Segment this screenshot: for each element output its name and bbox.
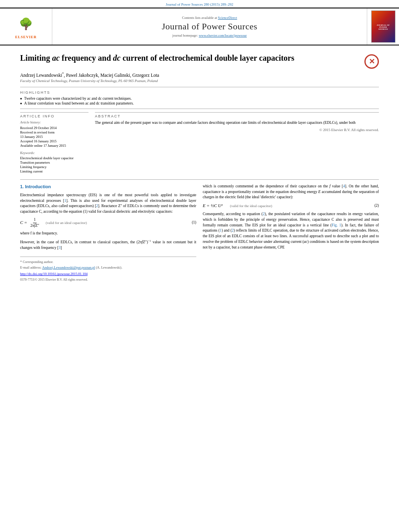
highlight-item: Twelve capacitors were characterized by …: [20, 97, 379, 101]
article-body: ARTICLE INFO Article history: Received 2…: [20, 112, 379, 174]
keyword-4: Limiting current: [20, 169, 88, 173]
equation-2-number: (2): [371, 203, 379, 209]
page: Journal of Power Sources 280 (2015) 289–…: [0, 0, 399, 286]
crossmark-badge: ✕: [364, 54, 379, 69]
equation-2-row: E = ½C U² (valid for the ideal capacitor…: [203, 203, 379, 209]
equation-1-fraction: 1 2πfZ″: [30, 217, 40, 229]
article-title: Limiting ac frequency and dc current of …: [20, 53, 360, 63]
abstract-label: ABSTRACT: [95, 114, 379, 118]
journal-header-right: JOURNAL OFPOWERSOURCES: [367, 8, 399, 45]
equation-1-valid: (valid for an ideal capacitor): [45, 220, 86, 226]
article-title-section: Limiting ac frequency and dc current of …: [20, 53, 379, 69]
highlights-section: HIGHLIGHTS Twelve capacitors were charac…: [20, 90, 379, 105]
footnote-email: E-mail address: Andrzej.Lewandowski@put.…: [20, 265, 196, 270]
body-col-left: 1. Introduction Electrochemical impedanc…: [20, 184, 196, 282]
journal-header: 🌳 ELSEVIER Contents lists available at S…: [0, 8, 399, 45]
journal-topbar: Journal of Power Sources 280 (2015) 289–…: [0, 0, 399, 8]
equation-1-row: C = 1 2πfZ″ (valid for an ideal capacito…: [20, 217, 196, 229]
sciencedirect-link[interactable]: ScienceDirect: [218, 16, 237, 20]
equation-2-valid: (valid for the ideal capacitor): [228, 203, 272, 209]
keyword-2: Transition parameters: [20, 160, 88, 164]
keywords-label: Keywords:: [20, 151, 88, 155]
affiliation: Faculty of Chemical Technology, Poznan U…: [20, 79, 379, 83]
elsevier-logo: 🌳 ELSEVIER: [8, 14, 44, 39]
body-text-left-2: However, in the case of EDLCs, in contra…: [20, 239, 196, 251]
elsevier-text: ELSEVIER: [8, 35, 44, 39]
footnote-section: * Corresponding author. E-mail address: …: [20, 257, 196, 282]
abstract-col: ABSTRACT The general aim of the present …: [95, 112, 379, 174]
footnote-star: * Corresponding author.: [20, 259, 196, 264]
history-online: Available online 17 January 2015: [20, 144, 88, 148]
history-revised-label: Received in revised form: [20, 130, 88, 134]
doi-link: http://dx.doi.org/10.1016/j.jpowsour.201…: [20, 271, 196, 276]
issn-line: 0378-7753/© 2015 Elsevier B.V. All right…: [20, 277, 196, 282]
highlight-item: A linear correlation was found between a…: [20, 101, 379, 105]
journal-header-left: 🌳 ELSEVIER: [0, 8, 52, 45]
body-text-right-1: which is commonly commented as the depen…: [203, 184, 379, 200]
history-received: Received 29 October 2014: [20, 126, 88, 130]
homepage-link[interactable]: www.elsevier.com/locate/jpowsour: [199, 33, 247, 37]
article-info-col: ARTICLE INFO Article history: Received 2…: [20, 112, 88, 174]
elsevier-tree-icon: 🌳: [19, 18, 33, 30]
divider-highlights: [20, 87, 379, 87]
article-info-label: ARTICLE INFO: [20, 114, 88, 118]
equation-1-number: (1): [188, 220, 196, 226]
body-columns: 1. Introduction Electrochemical impedanc…: [20, 179, 379, 282]
body-text-right-2: Consequently, according to equation (2),…: [203, 212, 379, 250]
copyright-line: © 2015 Elsevier B.V. All rights reserved…: [95, 128, 379, 132]
equation-2-formula: E = ½C U² (valid for the ideal capacitor…: [203, 203, 272, 209]
email-link[interactable]: Andrzej.Lewandowski@put.poznan.pl: [42, 265, 95, 269]
main-content: Limiting ac frequency and dc current of …: [0, 45, 399, 286]
highlights-list: Twelve capacitors were characterized by …: [20, 97, 379, 105]
abstract-text: The general aim of the present paper was…: [95, 120, 379, 126]
divider-article: [20, 109, 379, 109]
highlights-label: HIGHLIGHTS: [20, 90, 379, 94]
crossmark-icon: ✕: [364, 54, 379, 69]
journal-title: Journal of Power Sources: [162, 21, 257, 32]
journal-cover-thumb: JOURNAL OFPOWERSOURCES: [371, 10, 395, 43]
journal-header-center: Contents lists available at ScienceDirec…: [52, 8, 367, 45]
history-revised-date: 13 January 2015: [20, 135, 88, 139]
intro-heading: 1. Introduction: [20, 184, 196, 190]
history-accepted: Accepted 16 January 2015: [20, 139, 88, 143]
where-f: where f is the frequency.: [20, 231, 196, 236]
homepage-line: journal homepage: www.elsevier.com/locat…: [173, 33, 247, 37]
journal-ref: Journal of Power Sources 280 (2015) 289–…: [166, 2, 233, 6]
contents-line: Contents lists available at ScienceDirec…: [182, 16, 237, 20]
authors: Andrzej Lewandowski*, Pawel Jakobczyk, M…: [20, 72, 379, 78]
equation-1-formula: C = 1 2πfZ″ (valid for an ideal capacito…: [20, 217, 87, 229]
article-history-label: Article history:: [20, 120, 88, 124]
keyword-3: Limiting frequency: [20, 165, 88, 169]
body-col-right: which is commonly commented as the depen…: [203, 184, 379, 282]
keyword-1: Electrochemical double layer capacitor: [20, 156, 88, 160]
body-text-left-1: Electrochemical impedance spectroscopy (…: [20, 193, 196, 215]
